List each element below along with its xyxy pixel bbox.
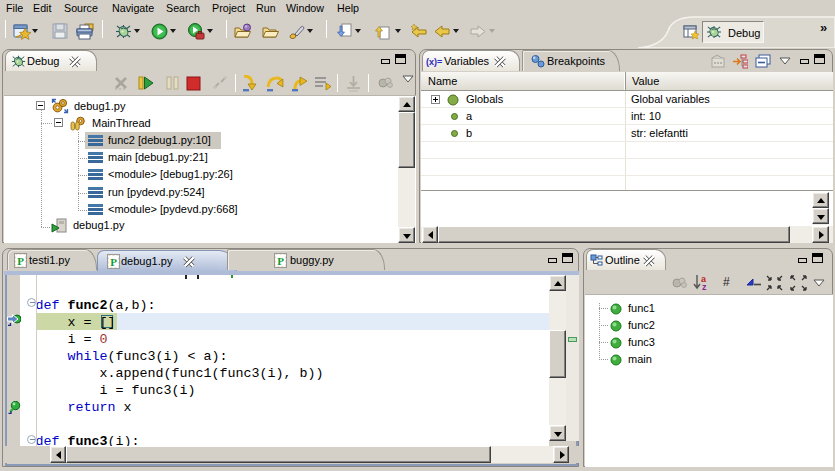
- svg-text:P: P: [17, 255, 24, 267]
- svg-text:P: P: [277, 255, 284, 267]
- svg-text:(x)=: (x)=: [426, 57, 442, 67]
- svg-text:z: z: [702, 282, 707, 292]
- svg-text:P: P: [110, 256, 117, 268]
